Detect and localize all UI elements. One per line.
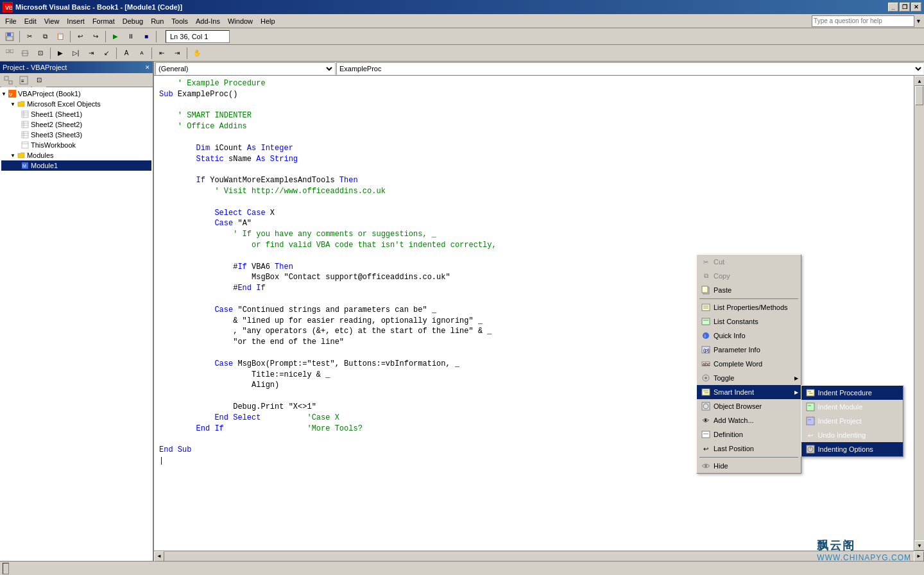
ctx-copy[interactable]: ⧉ Copy bbox=[697, 269, 801, 283]
ctx-hide[interactable]: Hide bbox=[697, 459, 801, 473]
ctx-toggle[interactable]: Toggle ▶ bbox=[697, 371, 801, 385]
scroll-up-button[interactable]: ▲ bbox=[914, 76, 924, 86]
svg-rect-9 bbox=[4, 76, 8, 80]
menu-window[interactable]: Window bbox=[224, 15, 257, 28]
ctx-parameter-info-label: Parameter Info bbox=[714, 346, 760, 354]
panel-btn3[interactable]: ⊡ bbox=[32, 73, 46, 87]
menu-tools[interactable]: Tools bbox=[167, 15, 192, 28]
tree-root[interactable]: ▼ V VBAProject (Book1) bbox=[1, 89, 151, 99]
ctx-parameter-info[interactable]: (p) Parameter Info bbox=[697, 343, 801, 357]
ctx-quick-info[interactable]: i Quick Info bbox=[697, 329, 801, 343]
ctx-list-properties[interactable]: List Properties/Methods bbox=[697, 300, 801, 314]
expand-excel[interactable]: ▼ bbox=[10, 101, 15, 107]
ctx-indent-procedure[interactable]: Indent Procedure bbox=[801, 386, 903, 400]
ctx-complete-word[interactable]: abc Complete Word bbox=[697, 357, 801, 371]
code-line: If YouWantMoreExamplesAndTools Then bbox=[159, 175, 909, 186]
procedure-dropdown[interactable]: ExampleProc bbox=[336, 62, 924, 75]
toolbar-cut[interactable]: ✂ bbox=[22, 30, 37, 44]
menu-file[interactable]: File bbox=[1, 15, 21, 28]
scroll-left-button[interactable]: ◄ bbox=[154, 551, 164, 562]
object-dropdown[interactable]: (General) bbox=[155, 62, 335, 75]
vertical-scrollbar[interactable]: ▲ ▼ bbox=[914, 76, 924, 551]
toolbar2-btn5[interactable]: ▷| bbox=[69, 46, 83, 60]
toolbar2-zoom2[interactable]: A bbox=[135, 46, 149, 60]
expand-modules[interactable]: ▼ bbox=[10, 153, 15, 159]
ctx-object-browser[interactable]: Object Browser bbox=[697, 399, 801, 413]
ctx-indent-module[interactable]: Indent Module bbox=[801, 400, 903, 414]
toolbar2-btn7[interactable]: ↙ bbox=[99, 46, 114, 60]
menu-format[interactable]: Format bbox=[89, 15, 119, 28]
toolbar2-btn2[interactable] bbox=[18, 46, 32, 60]
menu-debug[interactable]: Debug bbox=[119, 15, 147, 28]
tree-thisworkbook[interactable]: ThisWorkbook bbox=[1, 140, 151, 150]
toolbar2-indent1[interactable]: ⇤ bbox=[155, 46, 169, 60]
ctx-cut[interactable]: ✂ Cut bbox=[697, 255, 801, 269]
ctx-cut-label: Cut bbox=[714, 258, 724, 266]
toolbar2-btn1[interactable] bbox=[3, 46, 17, 60]
ctx-undo-indenting[interactable]: ↩ Undo Indenting bbox=[801, 428, 903, 442]
panel-close-button[interactable]: ✕ bbox=[145, 64, 150, 71]
ctx-indenting-options[interactable]: Indenting Options bbox=[801, 442, 903, 456]
toolbar-pause[interactable]: ⏸ bbox=[124, 30, 138, 44]
modules-folder-icon bbox=[17, 151, 26, 160]
workbook-icon bbox=[21, 141, 30, 150]
ctx-list-constants[interactable]: List Constants bbox=[697, 314, 801, 329]
svg-rect-61 bbox=[702, 431, 710, 438]
toolbar-stop[interactable]: ■ bbox=[139, 30, 153, 44]
tree-excel-objects[interactable]: ▼ Microsoft Excel Objects bbox=[1, 99, 151, 109]
ctx-definition[interactable]: Definition bbox=[697, 427, 801, 442]
menu-help[interactable]: Help bbox=[257, 15, 279, 28]
panel-btn2[interactable]: ≡ bbox=[17, 73, 31, 87]
indent-procedure-icon bbox=[804, 388, 817, 398]
svg-rect-27 bbox=[22, 142, 28, 148]
menu-run[interactable]: Run bbox=[147, 15, 167, 28]
status-bar bbox=[0, 561, 924, 575]
ctx-add-watch[interactable]: 👁 Add Watch... bbox=[697, 413, 801, 427]
toolbar2-indent2[interactable]: ⇥ bbox=[170, 46, 184, 60]
toolbar2-btn6[interactable]: ⇥ bbox=[84, 46, 98, 60]
scroll-track[interactable] bbox=[914, 86, 924, 540]
menu-view[interactable]: View bbox=[40, 15, 64, 28]
svg-rect-54 bbox=[807, 417, 814, 425]
help-search[interactable]: ▼ bbox=[812, 15, 923, 27]
ctx-smart-indent[interactable]: Smart Indent ▶ Indent Procedure In bbox=[697, 385, 801, 399]
minimize-button[interactable]: _ bbox=[888, 3, 898, 12]
add-watch-icon: 👁 bbox=[699, 415, 712, 425]
horizontal-scrollbar[interactable]: ◄ ► bbox=[154, 551, 924, 561]
toolbar2-hand[interactable]: ✋ bbox=[190, 46, 204, 60]
vba-icon: V bbox=[8, 89, 17, 98]
ctx-last-position[interactable]: ↩ Last Position bbox=[697, 442, 801, 456]
menu-insert[interactable]: Insert bbox=[63, 15, 89, 28]
toolbar-run[interactable]: ▶ bbox=[108, 30, 123, 44]
menu-addins[interactable]: Add-Ins bbox=[192, 15, 224, 28]
sep-4 bbox=[156, 31, 157, 42]
scroll-right-button[interactable]: ► bbox=[914, 551, 924, 562]
copy-icon: ⧉ bbox=[699, 271, 712, 281]
close-button[interactable]: ✕ bbox=[911, 3, 921, 12]
toolbar-undo[interactable]: ↩ bbox=[73, 30, 87, 44]
ctx-paste[interactable]: Paste bbox=[697, 283, 801, 297]
panel-btn1[interactable] bbox=[1, 73, 15, 87]
toolbar2-btn3[interactable]: ⊡ bbox=[33, 46, 47, 60]
tree-sheet1[interactable]: Sheet1 (Sheet1) bbox=[1, 109, 151, 119]
toolbar-save[interactable] bbox=[3, 30, 17, 44]
restore-button[interactable]: ❐ bbox=[900, 3, 910, 12]
scroll-down-button[interactable]: ▼ bbox=[914, 540, 924, 551]
expand-root[interactable]: ▼ bbox=[1, 91, 6, 97]
toolbar-redo[interactable]: ↪ bbox=[89, 30, 103, 44]
toolbar2-btn4[interactable]: ▶ bbox=[53, 46, 67, 60]
window-controls[interactable]: _ ❐ ✕ bbox=[888, 3, 921, 12]
tree-module1[interactable]: M Module1 bbox=[1, 160, 151, 171]
toolbar2-zoom[interactable]: A bbox=[119, 46, 133, 60]
toolbar-paste[interactable]: 📋 bbox=[53, 30, 67, 44]
tree-sheet2[interactable]: Sheet2 (Sheet2) bbox=[1, 119, 151, 130]
ctx-indent-project[interactable]: Indent Project bbox=[801, 414, 903, 428]
ctx-indenting-options-label: Indenting Options bbox=[818, 445, 873, 453]
tree-sheet3[interactable]: Sheet3 (Sheet3) bbox=[1, 130, 151, 140]
tree-modules[interactable]: ▼ Modules bbox=[1, 150, 151, 160]
svg-rect-49 bbox=[807, 390, 814, 396]
menu-edit[interactable]: Edit bbox=[21, 15, 40, 28]
help-search-input[interactable] bbox=[812, 15, 914, 27]
toolbar-copy[interactable]: ⧉ bbox=[38, 30, 52, 44]
scroll-thumb[interactable] bbox=[915, 86, 923, 105]
